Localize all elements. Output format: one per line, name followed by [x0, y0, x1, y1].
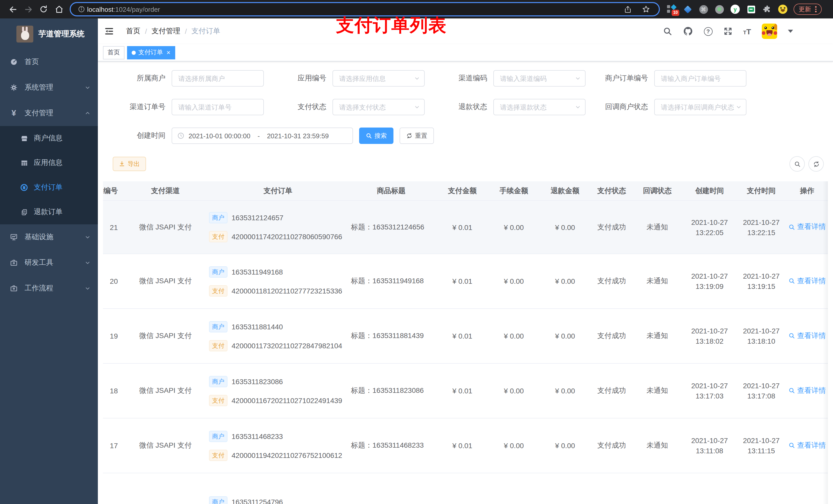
notify-status-cell: 未通知 — [632, 222, 683, 232]
share-icon[interactable] — [620, 2, 635, 17]
view-detail-link[interactable]: 查看详情 — [788, 277, 826, 286]
merchant-tag: 商户 — [209, 321, 228, 332]
sidebar-fold-icon[interactable] — [104, 27, 114, 36]
sidebar-item-workflow[interactable]: 工作流程 — [0, 275, 98, 301]
filter-merchant-order-no: 商户订单编号 — [586, 70, 746, 87]
payment-submenu: 商户信息 应用信息 支付订单 — [0, 126, 98, 224]
breadcrumb-home[interactable]: 首页 — [126, 27, 140, 36]
table-row-partial: 商户 1635311254796 — [103, 473, 828, 504]
sidebar-item-dev-tools[interactable]: 研发工具 — [0, 250, 98, 275]
view-detail-link[interactable]: 查看详情 — [788, 386, 826, 395]
tab-home[interactable]: 首页 — [103, 46, 124, 59]
reset-button[interactable]: 重置 — [400, 127, 434, 144]
sidebar-item-merchant-info[interactable]: 商户信息 — [0, 126, 98, 150]
notify-status-cell: 未通知 — [632, 277, 683, 286]
avatar[interactable] — [762, 24, 777, 39]
merchant-order-no-input[interactable] — [654, 70, 746, 87]
sidebar-item-home[interactable]: 首页 — [0, 49, 98, 75]
breadcrumb: 首页 / 支付管理 / 支付订单 — [126, 27, 220, 36]
pay-status-cell: 支付成功 — [592, 277, 632, 286]
amount-cell: ¥ 0.01 — [435, 441, 489, 450]
pay-channel-cell: 微信 JSAPI 支付 — [126, 277, 205, 286]
view-detail-link[interactable]: 查看详情 — [788, 222, 826, 232]
view-detail-link[interactable]: 查看详情 — [788, 331, 826, 341]
pay-status-select[interactable] — [332, 99, 425, 115]
merchant-select[interactable] — [172, 70, 264, 87]
breadcrumb-pay-manage[interactable]: 支付管理 — [152, 27, 180, 36]
pay-channel-cell: 微信 JSAPI 支付 — [126, 331, 205, 341]
extensions-puzzle-icon[interactable] — [762, 5, 771, 14]
pay-tag: 支付 — [209, 394, 228, 406]
notify-status-cell: 未通知 — [632, 331, 683, 341]
refund-status-select[interactable] — [493, 99, 586, 115]
sidebar-item-app-info[interactable]: 应用信息 — [0, 150, 98, 175]
notify-status-select[interactable] — [654, 99, 746, 115]
extension-record-icon[interactable] — [715, 5, 724, 14]
pay-status-cell: 支付成功 — [592, 386, 632, 395]
breadcrumb-pay-order: 支付订单 — [192, 27, 220, 36]
forward-icon[interactable] — [21, 2, 36, 17]
export-button[interactable]: 导出 — [113, 157, 146, 171]
font-size-icon[interactable]: TT — [743, 27, 751, 35]
title-cell: 标题：1635311881439 — [347, 331, 435, 341]
date-range-picker[interactable]: 2021-10-01 00:00:00 - 2021-10-31 23:59:5… — [172, 127, 353, 144]
sidebar-item-infrastructure[interactable]: 基础设施 — [0, 224, 98, 250]
filter-channel-code: 渠道编码 — [425, 70, 586, 87]
site-info-icon[interactable] — [76, 2, 87, 17]
chevron-down-icon — [85, 285, 91, 291]
amount-cell: ¥ 0.01 — [435, 387, 489, 395]
filter-channel-order-no: 渠道订单号 — [103, 99, 264, 115]
bookmark-star-icon[interactable] — [638, 2, 654, 17]
sidebar-item-system[interactable]: 系统管理 — [0, 75, 98, 100]
refresh-button[interactable] — [808, 156, 824, 172]
title-cell: 标题：1635311468233 — [347, 441, 435, 450]
close-icon[interactable]: × — [166, 49, 170, 56]
filter-create-time: 创建时间 2021-10-01 00:00:00 - 2021-10-31 23… — [103, 127, 353, 144]
pay-status-cell: 支付成功 — [592, 441, 632, 450]
action-cell: 查看详情 — [786, 222, 828, 232]
refund-cell: ¥ 0.00 — [539, 223, 592, 231]
title-cell: 标题：1635311949168 — [347, 277, 435, 286]
table-row: 19 微信 JSAPI 支付 商户 1635311881440 支付 — [103, 309, 828, 364]
extension-y-icon[interactable]: y — [731, 5, 740, 14]
filter-form: 所属商户 应用编号 渠道编码 — [98, 62, 833, 144]
sidebar-item-pay-order[interactable]: 支付订单 — [0, 175, 98, 200]
clock-icon — [177, 132, 185, 139]
search-icon[interactable] — [663, 27, 672, 36]
pay-time-cell: 2021-10-27 13:17:08 — [736, 381, 786, 401]
reload-icon[interactable] — [36, 2, 51, 17]
channel-code-select[interactable] — [493, 70, 586, 87]
url-host: localhost — [87, 5, 114, 13]
channel-order-no-input[interactable] — [172, 99, 264, 115]
filter-merchant: 所属商户 — [103, 70, 264, 87]
chevron-up-icon — [85, 110, 91, 116]
back-icon[interactable] — [5, 2, 21, 17]
extension-smiley-icon[interactable] — [778, 5, 787, 14]
refund-cell: ¥ 0.00 — [539, 277, 592, 285]
app-select[interactable] — [332, 70, 425, 87]
merchant-tag: 商户 — [209, 266, 228, 278]
sidebar-item-refund-order[interactable]: 退款订单 — [0, 200, 98, 224]
github-icon[interactable] — [683, 26, 693, 37]
help-icon[interactable]: ? — [704, 27, 712, 35]
extension-kite-icon[interactable] — [683, 5, 692, 14]
extension-dashboard-icon[interactable]: 10 — [667, 5, 676, 14]
extension-chat-icon[interactable] — [746, 5, 756, 14]
screen: localhost:1024/pay/order 10 ⌘ y — [0, 0, 833, 504]
search-button[interactable]: 搜索 — [359, 127, 394, 144]
browser-menu-icon[interactable] — [815, 6, 816, 12]
sidebar-item-payment[interactable]: ¥ 支付管理 — [0, 100, 98, 126]
home-icon[interactable] — [51, 2, 67, 17]
fullscreen-icon[interactable] — [723, 27, 732, 36]
hide-search-button[interactable] — [789, 156, 805, 172]
view-detail-link[interactable]: 查看详情 — [788, 441, 826, 450]
tab-pay-order[interactable]: 支付订单 × — [127, 46, 175, 59]
avatar-caret-icon[interactable] — [788, 30, 793, 33]
grid-icon — [20, 159, 29, 167]
toolbox-icon — [9, 259, 19, 267]
header-actions: ? TT — [663, 24, 827, 39]
pay-tag: 支付 — [209, 450, 228, 461]
extension-command-icon[interactable]: ⌘ — [699, 5, 708, 14]
browser-update-button[interactable]: 更新 — [793, 4, 822, 15]
briefcase-icon — [9, 284, 19, 292]
